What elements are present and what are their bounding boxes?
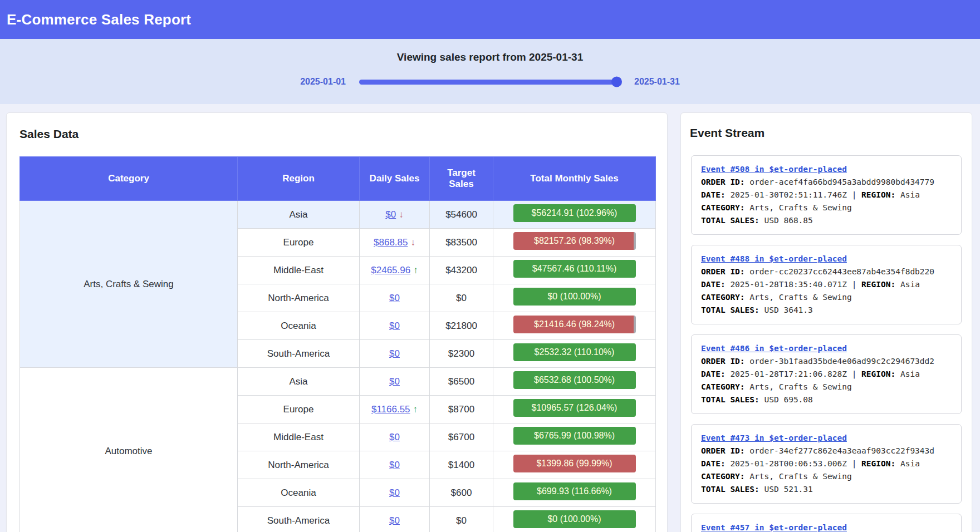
daily-sales-cell: $0 [360, 479, 430, 507]
category-label: CATEGORY: [701, 472, 749, 481]
sales-data-heading: Sales Data [19, 127, 654, 141]
daily-sales-cell: $0↓ [360, 201, 430, 229]
daily-sales-cell: $0 [360, 340, 430, 368]
date-region-line: DATE: 2025-01-28T00:06:53.006Z | REGION:… [701, 457, 952, 470]
target-sales-cell: $2300 [430, 340, 493, 368]
total-monthly-sales-cell: $82157.26 (98.39%) [493, 229, 656, 257]
event-card: Event #488 in $et-order-placedORDER ID: … [691, 245, 962, 324]
date-label: DATE: [701, 459, 730, 468]
order-id-line: ORDER ID: order-34ef277c862e4a3eaaf903cc… [701, 445, 952, 457]
event-card: Event #508 in $et-order-placedORDER ID: … [691, 155, 962, 235]
target-sales-cell: $0 [430, 284, 493, 312]
daily-sales-link[interactable]: $0 [389, 515, 400, 526]
event-link[interactable]: Event #473 in $et-order-placed [701, 434, 847, 442]
event-card: Event #457 in $et-order-placedORDER ID: … [691, 514, 962, 532]
daily-sales-cell: $0 [360, 312, 430, 340]
monthly-sales-progress: $6532.68 (100.50%) [513, 371, 636, 389]
region-label: REGION: [861, 280, 900, 289]
monthly-sales-progress: $699.93 (116.66%) [513, 482, 636, 500]
region-cell: South-America [238, 340, 360, 368]
event-link[interactable]: Event #488 in $et-order-placed [701, 254, 847, 263]
daily-sales-cell: $868.85↓ [360, 229, 430, 257]
region-cell: South-America [238, 507, 360, 532]
target-sales-cell: $6500 [430, 368, 493, 396]
category-label: CATEGORY: [701, 203, 749, 212]
monthly-sales-progress: $10965.57 (126.04%) [513, 399, 636, 417]
event-link[interactable]: Event #457 in $et-order-placed [701, 523, 847, 532]
app-header: E-Commerce Sales Report [0, 0, 980, 39]
trend-down-icon: ↓ [410, 237, 415, 248]
target-sales-cell: $54600 [430, 201, 493, 229]
order-id-label: ORDER ID: [701, 178, 749, 186]
total-monthly-sales-cell: $6765.99 (100.98%) [493, 423, 656, 451]
table-row: Arts, Crafts & SewingAsia$0↓$54600$56214… [20, 201, 656, 229]
region-cell: Europe [238, 396, 360, 423]
daily-sales-link[interactable]: $2465.96 [371, 265, 410, 275]
event-card-title-line: Event #473 in $et-order-placed [701, 432, 952, 445]
page-title: E-Commerce Sales Report [7, 11, 191, 28]
event-list: Event #508 in $et-order-placedORDER ID: … [690, 155, 963, 532]
date-region-line: DATE: 2025-01-28T18:35:40.071Z | REGION:… [701, 278, 952, 291]
daily-sales-link[interactable]: $0 [389, 376, 400, 387]
total-sales-line: TOTAL SALES: USD 695.08 [701, 393, 952, 406]
monthly-sales-progress: $6765.99 (100.98%) [513, 427, 636, 445]
total-sales-label: TOTAL SALES: [701, 395, 765, 404]
region-cell: Europe [238, 229, 360, 257]
region-cell: Middle-East [238, 257, 360, 284]
main-content: Sales Data Category Region Daily Sales T… [0, 104, 980, 532]
slider-thumb[interactable] [611, 77, 622, 87]
daily-sales-link[interactable]: $0 [389, 460, 400, 470]
total-monthly-sales-cell: $2532.32 (110.10%) [493, 340, 656, 368]
category-line: CATEGORY: Arts, Crafts & Sewing [701, 291, 952, 304]
region-cell: North-America [238, 284, 360, 312]
total-sales-line: TOTAL SALES: USD 521.31 [701, 483, 952, 496]
trend-down-icon: ↓ [399, 209, 404, 220]
column-header-target-sales: Target Sales [430, 157, 493, 201]
event-link[interactable]: Event #508 in $et-order-placed [701, 165, 847, 174]
daily-sales-link[interactable]: $1166.55 [371, 404, 410, 415]
daily-sales-link[interactable]: $0 [389, 432, 400, 442]
monthly-sales-progress: $21416.46 (98.24%) [513, 316, 636, 333]
event-card: Event #486 in $et-order-placedORDER ID: … [691, 334, 962, 414]
category-line: CATEGORY: Arts, Crafts & Sewing [701, 470, 952, 483]
region-label: REGION: [861, 190, 900, 199]
daily-sales-cell: $0 [360, 507, 430, 532]
event-card: Event #473 in $et-order-placedORDER ID: … [691, 424, 962, 504]
monthly-sales-progress: $1399.86 (99.99%) [513, 455, 636, 472]
event-link[interactable]: Event #486 in $et-order-placed [701, 344, 847, 353]
event-card-title-line: Event #508 in $et-order-placed [701, 163, 952, 176]
daily-sales-link[interactable]: $0 [389, 321, 400, 331]
daily-sales-cell: $2465.96↑ [360, 257, 430, 284]
target-sales-cell: $600 [430, 479, 493, 507]
event-stream-panel: Event Stream Event #508 in $et-order-pla… [680, 112, 972, 532]
region-cell: Oceania [238, 479, 360, 507]
slider-max-label: 2025-01-31 [634, 77, 680, 87]
region-cell: Asia [238, 201, 360, 229]
total-monthly-sales-cell: $47567.46 (110.11%) [493, 257, 656, 284]
region-label: REGION: [861, 370, 900, 378]
category-label: CATEGORY: [701, 293, 749, 302]
target-sales-cell: $1400 [430, 451, 493, 479]
category-line: CATEGORY: Arts, Crafts & Sewing [701, 201, 952, 214]
region-cell: Asia [238, 368, 360, 396]
target-sales-cell: $8700 [430, 396, 493, 423]
daily-sales-link[interactable]: $0 [389, 487, 400, 498]
daily-sales-link[interactable]: $0 [389, 293, 400, 303]
target-sales-cell: $0 [430, 507, 493, 532]
sales-table: Category Region Daily Sales Target Sales… [19, 156, 656, 532]
total-monthly-sales-cell: $0 (100.00%) [493, 507, 656, 532]
order-id-line: ORDER ID: order-cc20237cc62443ee87ab4e35… [701, 265, 952, 278]
date-range-slider[interactable] [359, 80, 621, 85]
daily-sales-cell: $1166.55↑ [360, 396, 430, 423]
daily-sales-link[interactable]: $0 [385, 209, 396, 220]
region-label: REGION: [861, 459, 900, 468]
daily-sales-cell: $0 [360, 368, 430, 396]
event-card-title-line: Event #488 in $et-order-placed [701, 253, 952, 265]
daily-sales-link[interactable]: $0 [389, 348, 400, 359]
order-id-label: ORDER ID: [701, 267, 749, 276]
monthly-sales-progress: $0 (100.00%) [513, 288, 636, 306]
total-monthly-sales-cell: $21416.46 (98.24%) [493, 312, 656, 340]
trend-up-icon: ↑ [413, 404, 418, 415]
daily-sales-link[interactable]: $868.85 [374, 237, 408, 248]
order-id-label: ORDER ID: [701, 446, 749, 455]
